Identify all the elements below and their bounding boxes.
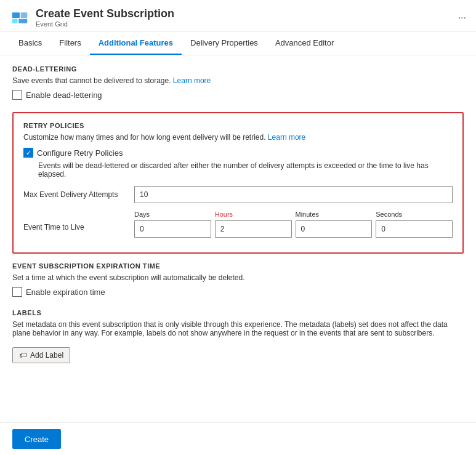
max-delivery-label: Max Event Delivery Attempts — [23, 190, 134, 199]
add-label-button[interactable]: 🏷 Add Label — [12, 347, 70, 363]
expiration-checkbox[interactable] — [12, 287, 22, 297]
retry-policies-desc: Customize how many times and for how lon… — [23, 133, 453, 142]
configure-retry-checkbox[interactable] — [23, 148, 33, 158]
labels-title: LABELS — [12, 309, 464, 316]
page-title: Create Event Subscription — [36, 7, 174, 20]
svg-rect-1 — [21, 12, 28, 18]
max-delivery-input-wrapper — [134, 186, 453, 203]
add-label-icon: 🏷 — [19, 351, 26, 360]
ttl-seconds-input[interactable] — [376, 220, 453, 238]
ttl-minutes-label: Minutes — [296, 211, 373, 218]
expiration-title: EVENT SUBSCRIPTION EXPIRATION TIME — [12, 262, 464, 270]
tab-basics[interactable]: Basics — [10, 32, 50, 55]
tab-delivery-properties[interactable]: Delivery Properties — [182, 32, 267, 55]
ttl-hours-col: Hours — [215, 211, 292, 238]
ttl-hours-label: Hours — [215, 211, 292, 218]
retry-policies-learn-more-link[interactable]: Learn more — [268, 133, 305, 142]
tab-additional-features[interactable]: Additional Features — [90, 32, 182, 55]
page-header: Create Event Subscription Event Grid ··· — [0, 0, 476, 32]
svg-rect-2 — [12, 18, 18, 23]
ttl-minutes-col: Minutes — [296, 211, 373, 238]
configure-retry-checkbox-row: Configure Retry Policies — [23, 148, 453, 158]
dead-lettering-title: DEAD-LETTERING — [12, 65, 464, 73]
create-button[interactable]: Create — [12, 429, 61, 449]
dead-lettering-checkbox-label: Enable dead-lettering — [26, 91, 102, 100]
ttl-inputs: Days Hours Minutes Seconds — [134, 211, 453, 238]
tab-bar: Basics Filters Additional Features Deliv… — [0, 32, 476, 55]
ttl-seconds-label: Seconds — [376, 211, 453, 218]
more-options-icon[interactable]: ··· — [458, 12, 466, 23]
expiration-section: EVENT SUBSCRIPTION EXPIRATION TIME Set a… — [12, 262, 464, 297]
retry-policies-box: RETRY POLICIES Customize how many times … — [12, 112, 464, 254]
tab-filters[interactable]: Filters — [50, 32, 89, 55]
ttl-days-input[interactable] — [134, 220, 211, 238]
labels-desc: Set metadata on this event subscription … — [12, 320, 464, 337]
svg-rect-3 — [18, 18, 27, 23]
ttl-label: Event Time to Live — [23, 211, 134, 232]
max-delivery-input[interactable] — [134, 186, 453, 203]
ttl-hours-input[interactable] — [215, 220, 292, 238]
page-subtitle: Event Grid — [36, 20, 174, 28]
dead-lettering-learn-more-link[interactable]: Learn more — [173, 76, 211, 85]
dead-lettering-checkbox[interactable] — [12, 90, 22, 100]
ttl-days-col: Days — [134, 211, 211, 238]
add-label-button-text: Add Label — [30, 351, 63, 360]
ttl-seconds-col: Seconds — [376, 211, 453, 238]
retry-policies-title: RETRY POLICIES — [23, 122, 453, 129]
dead-lettering-checkbox-row: Enable dead-lettering — [12, 90, 464, 100]
configure-retry-label: Configure Retry Policies — [37, 148, 123, 158]
expiration-desc: Set a time at which the event subscripti… — [12, 273, 464, 282]
dead-lettering-section: DEAD-LETTERING Save events that cannot b… — [12, 65, 464, 100]
max-delivery-row: Max Event Delivery Attempts — [23, 186, 453, 203]
ttl-minutes-input[interactable] — [296, 220, 373, 238]
event-grid-icon — [10, 8, 30, 28]
expiration-checkbox-row: Enable expiration time — [12, 287, 464, 297]
expiration-checkbox-label: Enable expiration time — [26, 288, 105, 297]
svg-rect-0 — [12, 12, 20, 18]
ttl-days-label: Days — [134, 211, 211, 218]
retry-warn-text: Events will be dead-lettered or discarde… — [38, 161, 453, 179]
ttl-row: Event Time to Live Days Hours Minutes Se… — [23, 211, 453, 238]
main-content: DEAD-LETTERING Save events that cannot b… — [0, 55, 476, 416]
dead-lettering-desc: Save events that cannot be delivered to … — [12, 76, 464, 85]
footer: Create — [0, 422, 476, 455]
labels-section: LABELS Set metadata on this event subscr… — [12, 309, 464, 363]
tab-advanced-editor[interactable]: Advanced Editor — [267, 32, 342, 55]
